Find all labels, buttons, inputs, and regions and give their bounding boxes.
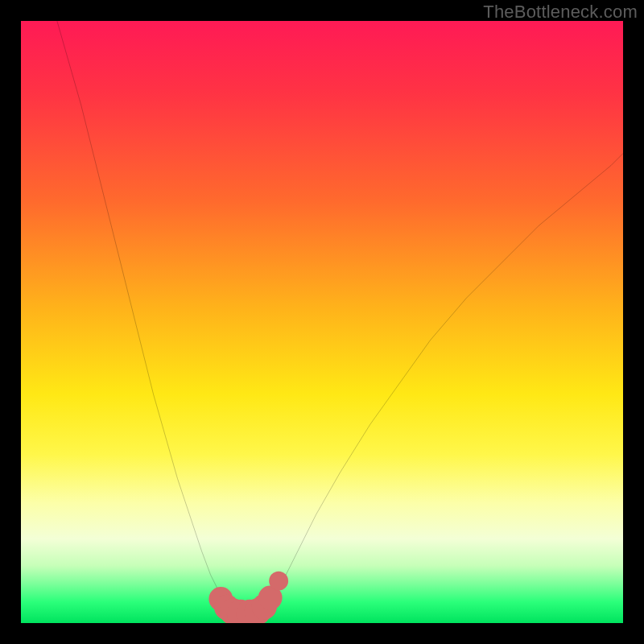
bottleneck-chart: [21, 21, 623, 623]
watermark-label: TheBottleneck.com: [483, 2, 638, 23]
valley-marker: [269, 572, 288, 591]
chart-background: [21, 21, 623, 623]
chart-frame: TheBottleneck.com: [0, 0, 644, 644]
